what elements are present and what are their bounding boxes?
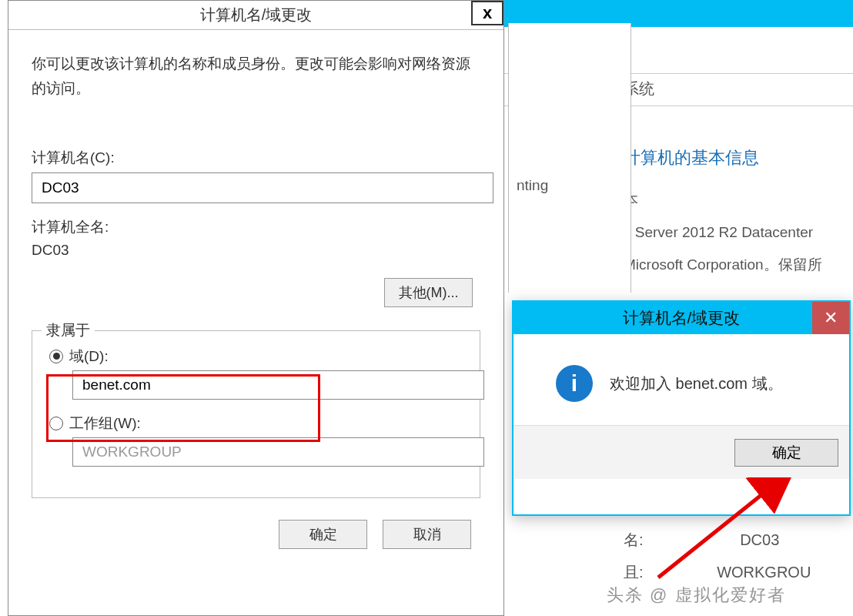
copyright-text: Microsoft Corporation。保留所 — [624, 249, 853, 281]
computer-name-input[interactable] — [32, 172, 493, 203]
msgbox-titlebar[interactable]: 计算机名/域更改 ✕ — [513, 302, 849, 334]
workgroup-input[interactable] — [72, 437, 484, 467]
domain-input[interactable] — [72, 370, 484, 400]
dialog-title: 计算机名/域更改 — [200, 5, 313, 25]
close-button[interactable]: x — [471, 1, 503, 25]
edition-label: 本 — [624, 184, 853, 216]
computer-name-domain-change-dialog: 计算机名/域更改 x 你可以更改该计算机的名称和成员身份。更改可能会影响对网络资… — [8, 0, 504, 616]
radio-unselected-icon — [49, 417, 63, 430]
os-name: s Server 2012 R2 Datacenter — [624, 216, 853, 249]
full-computer-name-label: 计算机全名: — [32, 217, 480, 237]
workgroup-radio-label: 工作组(W): — [69, 413, 141, 434]
other-button[interactable]: 其他(M)... — [384, 278, 473, 307]
computer-name-value: DC03 — [740, 524, 779, 556]
full-computer-name-value: DC03 — [32, 242, 480, 259]
close-icon: x — [483, 5, 492, 22]
welcome-domain-messagebox: 计算机名/域更改 ✕ i 欢迎加入 benet.com 域。 确定 — [512, 300, 851, 516]
msgbox-message: 欢迎加入 benet.com 域。 — [610, 373, 783, 394]
dialog-description: 你可以更改该计算机的名称和成员身份。更改可能会影响对网络资源的访问。 — [32, 52, 480, 102]
radio-selected-icon — [49, 350, 63, 363]
close-icon: ✕ — [824, 308, 838, 328]
partial-window-fragment: nting — [508, 23, 631, 293]
watermark-text: 头杀 @ 虚拟化爱好者 — [607, 584, 786, 607]
workgroup-radio[interactable]: 工作组(W): — [49, 413, 463, 434]
membership-fieldset: 隶属于 域(D): 工作组(W): — [32, 330, 480, 498]
cancel-button[interactable]: 取消 — [383, 520, 471, 549]
msgbox-title: 计算机名/域更改 — [623, 307, 741, 329]
system-lower-info: 名: DC03 且: WORKGROU — [624, 524, 811, 588]
computer-name-label: 名: — [624, 531, 644, 548]
info-icon: i — [556, 365, 593, 402]
ok-button[interactable]: 确定 — [279, 520, 367, 549]
domain-radio-label: 域(D): — [69, 346, 109, 367]
workgroup-label: 且: — [624, 564, 644, 581]
computer-name-label: 计算机名(C): — [32, 148, 480, 168]
basic-info-heading: 计算机的基本信息 — [624, 139, 853, 176]
membership-legend: 隶属于 — [42, 320, 95, 340]
msgbox-ok-button[interactable]: 确定 — [734, 439, 838, 467]
msgbox-close-button[interactable]: ✕ — [812, 302, 849, 334]
dialog-titlebar[interactable]: 计算机名/域更改 x — [8, 1, 503, 30]
domain-radio[interactable]: 域(D): — [49, 346, 463, 367]
